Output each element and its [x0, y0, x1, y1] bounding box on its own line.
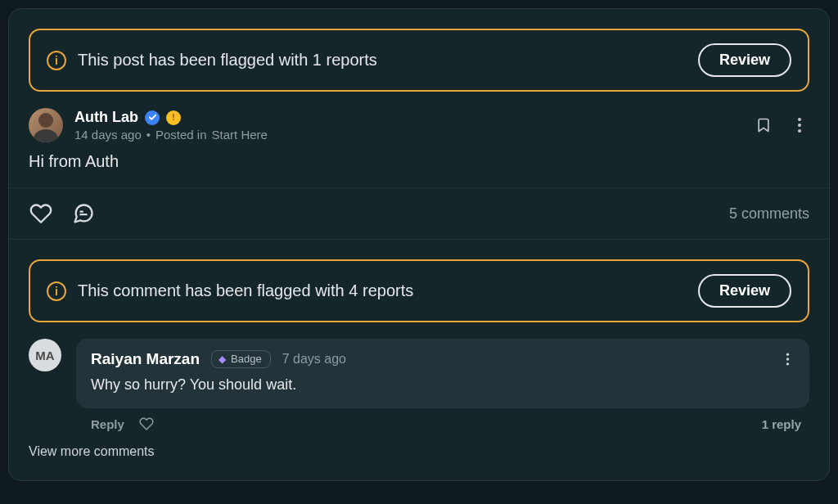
post-header-actions — [754, 115, 809, 135]
post-header: Auth Lab ! 14 days ago • Posted in Start… — [9, 92, 829, 152]
badge-label: Badge — [231, 353, 262, 365]
posted-in-prefix: Posted in — [155, 128, 207, 142]
svg-point-7 — [786, 362, 788, 365]
comment-author-name[interactable]: Raiyan Marzan — [91, 350, 200, 368]
comment-review-button[interactable]: Review — [698, 274, 791, 308]
comment-like-heart-icon[interactable] — [139, 416, 154, 431]
info-icon: i — [47, 51, 66, 70]
verified-badge-icon — [145, 110, 160, 125]
post-review-button[interactable]: Review — [698, 43, 791, 77]
meta-separator: • — [146, 128, 151, 142]
author-line: Auth Lab ! — [74, 109, 742, 126]
comment-body: Why so hurry? You should wait. — [91, 376, 795, 394]
svg-point-2 — [798, 129, 801, 133]
comment-author-avatar[interactable]: MA — [29, 339, 61, 371]
post-author-name[interactable]: Auth Lab — [74, 109, 138, 126]
comments-section: i This comment has been flagged with 4 r… — [9, 259, 829, 480]
reply-count[interactable]: 1 reply — [762, 417, 801, 431]
post-author-avatar[interactable] — [29, 108, 63, 142]
comment-badge: ◆ Badge — [211, 350, 271, 368]
comment-flag-banner: i This comment has been flagged with 4 r… — [29, 259, 809, 322]
svg-point-5 — [786, 353, 788, 356]
reply-button[interactable]: Reply — [91, 417, 124, 431]
post-body: Hi from Auth — [9, 152, 829, 187]
comment-more-icon[interactable] — [780, 352, 795, 367]
award-badge-icon: ! — [166, 110, 181, 125]
badge-diamond-icon: ◆ — [219, 354, 226, 364]
comment-bubble-icon[interactable] — [71, 201, 96, 226]
post-more-icon[interactable] — [790, 115, 809, 135]
svg-point-1 — [798, 124, 801, 127]
comments-count[interactable]: 5 comments — [729, 205, 809, 223]
post-flag-text: This post has been flagged with 1 report… — [78, 51, 687, 70]
comment-actions: Reply 1 reply — [9, 408, 829, 431]
post-flag-banner: i This post has been flagged with 1 repo… — [29, 29, 809, 92]
view-more-comments[interactable]: View more comments — [9, 431, 829, 464]
bookmark-icon[interactable] — [754, 115, 773, 135]
svg-point-0 — [798, 118, 801, 121]
comment-flag-text: This comment has been flagged with 4 rep… — [78, 281, 687, 300]
like-heart-icon[interactable] — [29, 201, 53, 226]
author-block: Auth Lab ! 14 days ago • Posted in Start… — [74, 109, 742, 142]
post-meta: 14 days ago • Posted in Start Here — [74, 128, 742, 142]
comment-header: Raiyan Marzan ◆ Badge 7 days ago — [91, 350, 795, 368]
info-icon: i — [47, 281, 66, 301]
comment-time: 7 days ago — [282, 352, 346, 367]
post-card: i This post has been flagged with 1 repo… — [8, 8, 830, 481]
post-action-bar: 5 comments — [9, 187, 829, 240]
comment-row: MA Raiyan Marzan ◆ Badge 7 days ago Why … — [9, 322, 829, 408]
svg-point-6 — [786, 358, 788, 360]
comment-bubble: Raiyan Marzan ◆ Badge 7 days ago Why so … — [76, 339, 809, 408]
posted-in-link[interactable]: Start Here — [212, 128, 268, 142]
post-time: 14 days ago — [74, 128, 142, 142]
